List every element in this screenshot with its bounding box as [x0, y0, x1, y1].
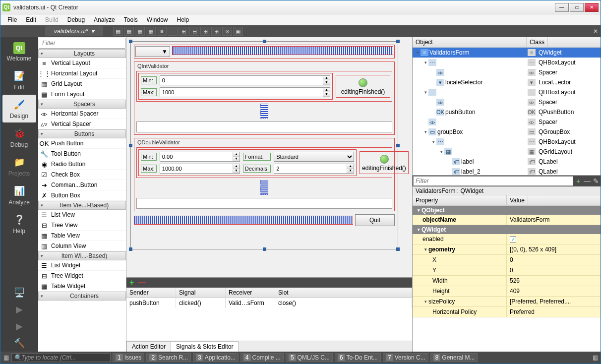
toolbar-icon[interactable]: ⊞ [179, 27, 188, 36]
build-icon[interactable]: 🔨 [11, 337, 27, 350]
dbl-decimals-spin[interactable]: ▲▼ [274, 164, 354, 174]
property-row[interactable]: X0 [413, 255, 601, 265]
toolbar-icon[interactable]: ▦ [135, 27, 145, 36]
property-filter[interactable] [413, 176, 573, 186]
locale-combo[interactable]: ▼ [135, 46, 170, 57]
add-connection-icon[interactable]: + [129, 278, 134, 287]
quit-button[interactable]: Quit [355, 214, 395, 226]
widget-item[interactable]: ▤Form Layout [38, 89, 126, 100]
tab-signals-slots[interactable]: Signals & Slots Editor [171, 341, 239, 352]
property-section[interactable]: ▾ QObject [413, 206, 601, 215]
status-pane[interactable]: 5QML/JS C... [286, 353, 333, 362]
object-inspector[interactable]: ▾≡ValidatorsForm≡QWidget▾⋯⋯QHBoxLayout◃▹… [413, 48, 601, 176]
object-row[interactable]: ▾⋯⋯QHBoxLayout [413, 137, 601, 147]
mode-design[interactable]: 🖌️Design [2, 95, 36, 122]
toolbar-icon[interactable]: ▣ [233, 27, 243, 36]
menu-analyze[interactable]: Analyze [90, 15, 119, 24]
widget-item[interactable]: ☑Check Box [38, 170, 126, 180]
menu-edit[interactable]: Edit [22, 15, 40, 24]
status-pane[interactable]: 6To-Do Ent... [335, 353, 381, 362]
widget-item[interactable]: ☰List Widget [38, 260, 126, 271]
maximize-button[interactable]: ▭ [570, 3, 584, 12]
int-signal-widget[interactable]: editingFinished() [336, 75, 390, 98]
tab-action-editor[interactable]: Action Editor [126, 341, 171, 352]
widget-item[interactable]: ✗Button Box [38, 190, 126, 201]
object-row[interactable]: ◃▹◃▹Spacer [413, 117, 601, 127]
toolbar-icon[interactable]: ≡ [157, 27, 167, 36]
menu-build[interactable]: Build [41, 15, 62, 24]
property-row[interactable]: Width526 [413, 276, 601, 286]
widget-item[interactable]: ▦Table View [38, 231, 126, 241]
toolbar-icon[interactable]: ▦ [146, 27, 156, 36]
menu-tools[interactable]: Tools [120, 15, 142, 24]
widget-item[interactable]: ➜Comman...Button [38, 180, 126, 190]
widget-group-header[interactable]: ▾Layouts [38, 49, 126, 58]
checkbox-icon[interactable]: ✓ [510, 236, 516, 243]
toolbar-icon[interactable]: ▦ [124, 27, 134, 36]
target-selector-icon[interactable]: 🖥️ [11, 286, 27, 299]
widget-item[interactable]: OKPush Button [38, 138, 126, 149]
toggle-right-icon[interactable]: ▥ [592, 354, 599, 361]
open-file-tab[interactable]: validators.ui* ▾ [45, 26, 103, 36]
object-row[interactable]: ▾≡ValidatorsForm≡QWidget [413, 48, 601, 58]
object-row[interactable]: ▾⋯⋯QHBoxLayout [413, 58, 601, 67]
status-pane[interactable]: 4Compile ... [240, 353, 284, 362]
widget-item[interactable]: ◉Radio Button [38, 159, 126, 170]
property-row[interactable]: objectNameValidatorsForm [413, 215, 601, 225]
dbl-min-spin[interactable]: ▲▼ [160, 152, 240, 162]
property-editor[interactable]: ▾ QObjectobjectNameValidatorsForm▾ QWidg… [413, 206, 601, 352]
object-row[interactable]: 🏷label_2🏷QLabel [413, 167, 601, 176]
mode-welcome[interactable]: QtWelcome [2, 39, 36, 65]
widget-item[interactable]: ⊟Tree View [38, 220, 126, 231]
property-row[interactable]: Height409 [413, 286, 601, 297]
object-row[interactable]: OKpushButtonOKQPushButton [413, 107, 601, 117]
property-section[interactable]: ▾ QWidget [413, 225, 601, 234]
mode-debug[interactable]: 🐞Debug [2, 123, 36, 151]
form-root[interactable]: ▼ QIntValidator Min: ▲▼ Max: ▲▼ [130, 41, 398, 249]
property-row[interactable]: ▾ geometry[(0, 0), 526 x 409] [413, 244, 601, 255]
widget-item[interactable]: ▦Table Widget [38, 281, 126, 292]
status-pane[interactable]: 1Issues [113, 353, 144, 362]
widget-item[interactable]: ☰List View [38, 210, 126, 220]
widget-item[interactable]: ◃▹Horizontal Spacer [38, 109, 126, 119]
int-max-spin[interactable]: ▲▼ [160, 87, 330, 97]
add-property-icon[interactable]: + [574, 177, 583, 185]
groupbox-int[interactable]: QIntValidator Min: ▲▼ Max: ▲▼ editingFin… [134, 61, 395, 135]
object-row[interactable]: ▾▭groupBox▭QGroupBox [413, 127, 601, 137]
object-row[interactable]: ▾▦▦QGridLayout [413, 147, 601, 157]
widget-item[interactable]: ≡Vertical Layout [38, 58, 126, 68]
widget-item[interactable]: ▵▿Vertical Spacer [38, 119, 126, 129]
menu-file[interactable]: File [3, 15, 21, 24]
object-row[interactable]: ▾localeSelector▾Local...ector [413, 77, 601, 87]
close-tab-icon[interactable]: ✕ [591, 28, 601, 35]
widget-group-header[interactable]: ▾Buttons [38, 129, 126, 138]
run-icon[interactable]: ▶ [11, 303, 27, 316]
mode-projects[interactable]: 📁Projects [2, 152, 36, 180]
object-row[interactable]: ◃▹◃▹Spacer [413, 97, 601, 107]
menu-window[interactable]: Window [143, 15, 172, 24]
minimize-button[interactable]: — [555, 3, 569, 12]
widget-group-header[interactable]: ▾Item Vie...l-Based) [38, 201, 126, 210]
object-row[interactable]: 🏷label🏷QLabel [413, 157, 601, 167]
toggle-sidebar-icon[interactable]: ▥ [2, 354, 9, 361]
dbl-format-combo[interactable]: Standard [274, 152, 354, 162]
int-min-spin[interactable]: ▲▼ [160, 75, 330, 85]
widget-group-header[interactable]: ▾Containers [38, 292, 126, 301]
remove-connection-icon[interactable]: — [138, 278, 146, 287]
dbl-lineedit[interactable] [136, 198, 392, 209]
mode-analyze[interactable]: 📊Analyze [2, 181, 36, 209]
status-pane[interactable]: 2Search R... [146, 353, 191, 362]
locator-input[interactable]: 🔍 Type to locate (Ctrl... [11, 353, 111, 362]
dbl-max-spin[interactable]: ▲▼ [160, 164, 240, 174]
widget-group-header[interactable]: ▾Spacers [38, 100, 126, 109]
form-canvas[interactable]: ▼ QIntValidator Min: ▲▼ Max: ▲▼ [126, 37, 412, 277]
object-row[interactable]: ▾⋯⋯QHBoxLayout [413, 87, 601, 97]
mode-help[interactable]: ❔Help [2, 210, 36, 238]
status-pane[interactable]: 3Applicatio... [193, 353, 239, 362]
configure-icon[interactable]: ✎ [592, 177, 601, 185]
object-row[interactable]: ◃▹◃▹Spacer [413, 67, 601, 77]
horizontal-spacer[interactable] [134, 216, 353, 225]
mode-edit[interactable]: 📝Edit [2, 66, 36, 94]
toolbar-icon[interactable]: ≣ [168, 27, 178, 36]
signal-row[interactable]: pushButtonclicked()Valid…sFormclose() [126, 298, 412, 308]
